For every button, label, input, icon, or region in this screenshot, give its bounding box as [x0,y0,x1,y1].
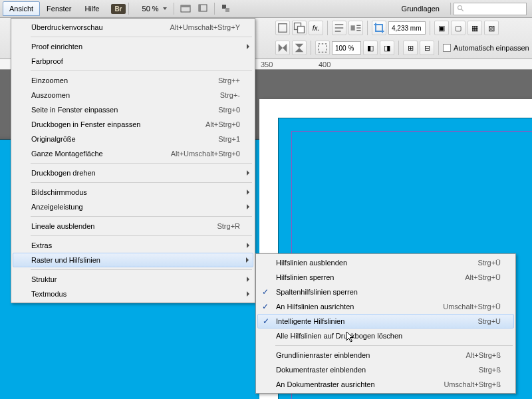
menu-item[interactable]: Struktur [13,272,253,287]
ruler-tick: 400 [319,61,331,68]
search-box[interactable] [454,3,527,15]
menu-item-label: Textmodus [31,290,240,298]
menu-item[interactable]: Ganze MontageflächeAlt+Umschalt+Strg+0 [13,146,253,161]
menu-item[interactable]: Farbproof [13,54,253,68]
tool-btn[interactable]: ⊞ [403,41,418,55]
menu-item-label: An Hilfslinien ausrichten [276,303,423,311]
menu-item[interactable]: Bildschirmmodus [13,185,253,200]
menu-shortcut: Strg+Ü [477,259,501,267]
menubar: Ansicht Fenster Hilfe Br 50 % Grundlagen [0,0,532,18]
menu-item[interactable]: ÜberdruckenvorschauAlt+Umschalt+Strg+Y [13,20,253,35]
menu-item-label: Originalgröße [31,135,198,143]
submenu-arrow-icon [247,170,249,176]
menu-shortcut: Umschalt+Strg+ß [444,380,501,388]
separator [311,41,311,55]
check-icon: ✓ [263,317,269,326]
menu-item-label: Proof einrichten [31,43,240,51]
menu-item[interactable]: Hilfslinien sperrenAlt+Strg+Ü [257,270,514,285]
separator [327,21,328,35]
tool-btn[interactable]: ◧ [363,41,378,55]
flip-v-btn[interactable] [292,41,307,55]
menu-item[interactable]: Raster und Hilfslinien [13,253,253,267]
menu-item[interactable]: OriginalgrößeStrg+1 [13,132,253,146]
tool-btn[interactable] [292,21,307,35]
menu-item[interactable]: Proof einrichten [13,39,253,54]
svg-rect-3 [199,5,201,11]
menu-item-label: Spaltenhilfslinien sperren [276,288,501,296]
menu-item-label: Raster und Hilfslinien [31,256,240,264]
menu-item[interactable]: ✓Spaltenhilfslinien sperren [257,285,514,299]
menu-shortcut: Strg+R [217,222,240,230]
menu-item-label: Druckbogen drehen [31,169,240,177]
workspace-label: Grundlagen [402,5,440,13]
tool-btn[interactable]: ⊟ [420,41,434,55]
w-input[interactable]: 4,233 mm [388,21,426,35]
crop-btn[interactable] [372,21,386,35]
menu-item[interactable]: Hilfslinien ausblendenStrg+Ü [257,255,514,270]
menu-item-label: Hilfslinien sperren [276,273,445,281]
menu-hilfe[interactable]: Hilfe [78,1,106,16]
text-wrap-btn[interactable] [348,21,363,35]
zoom-label: 50 % [142,5,159,13]
menu-item-label: Struktur [31,275,240,283]
fit-btn[interactable]: ▦ [467,21,482,35]
menu-item[interactable]: Seite in Fenster einpassenStrg+0 [13,102,253,117]
svg-point-6 [458,6,462,10]
menu-item-label: Farbproof [31,57,240,65]
menu-item[interactable]: Lineale ausblendenStrg+R [13,219,253,233]
menu-item[interactable]: Druckbogen drehen [13,166,253,180]
menu-shortcut: Strg+ß [479,366,501,374]
screen-mode-icon[interactable] [196,2,210,15]
menu-item-label: Bildschirmmodus [31,188,240,196]
separator [438,41,439,55]
menu-item-label: Lineale ausblenden [31,222,197,230]
menu-item[interactable]: Alle Hilfslinien auf Druckbogen löschen [257,329,514,343]
fx-btn[interactable]: fx. [309,21,323,35]
separator [430,21,430,35]
submenu-arrow-icon [247,44,249,49]
menu-item[interactable]: An Dokumentraster ausrichtenUmschalt+Str… [257,377,514,392]
submenu-arrow-icon [247,190,249,195]
menu-separator [31,70,252,71]
menu-fenster[interactable]: Fenster [40,1,78,16]
menu-item-label: Dokumentraster einblenden [276,366,459,374]
zoom-input[interactable]: 100 % [332,41,361,55]
bridge-button[interactable]: Br [111,4,125,14]
tool-btn[interactable]: ◨ [380,41,394,55]
flip-h-btn[interactable] [275,41,290,55]
menu-item[interactable]: Extras [13,238,253,253]
menu-ansicht[interactable]: Ansicht [3,1,40,16]
align-btn[interactable] [332,21,346,35]
view-options-icon[interactable] [178,2,193,15]
menu-item[interactable]: ✓Intelligente HilfslinienStrg+U [257,314,514,329]
autofit-checkbox[interactable]: Automatisch einpassen [443,44,529,52]
menu-item-label: Grundlinienraster einblenden [276,351,446,359]
menu-item-label: Überdruckenvorschau [31,23,150,31]
svg-line-7 [462,9,464,11]
menu-item-label: Ganze Montagefläche [31,150,151,158]
menu-item[interactable]: Anzeigeleistung [13,200,253,214]
fit-btn[interactable]: ▣ [434,21,449,35]
svg-rect-18 [319,44,327,53]
fit-btn[interactable]: ▢ [451,21,466,35]
separator [214,3,215,15]
arrange-icon[interactable] [219,2,233,15]
fit-btn[interactable]: ▧ [484,21,499,35]
menu-item-label: Seite in Fenster einpassen [31,106,198,114]
menu-item[interactable]: Grundlinienraster einblendenAlt+Strg+ß [257,348,514,362]
menu-shortcut: Alt+Umschalt+Strg+0 [171,150,240,158]
zoom-level[interactable]: 50 % [138,3,171,15]
check-icon: ✓ [262,287,269,297]
select-btn[interactable] [315,41,330,55]
menu-shortcut: Strg+U [477,317,501,325]
menu-item[interactable]: EinzoomenStrg++ [13,73,253,88]
menu-item[interactable]: ✓An Hilfslinien ausrichtenUmschalt+Strg+… [257,299,514,314]
menu-item[interactable]: Dokumentraster einblendenStrg+ß [257,362,514,377]
separator [367,21,368,35]
menu-shortcut: Alt+Strg+Ü [465,273,501,281]
menu-item[interactable]: Textmodus [13,287,253,301]
tool-btn[interactable] [275,21,290,35]
menu-item[interactable]: AuszoomenStrg+- [13,88,253,102]
menu-item[interactable]: Druckbogen in Fenster einpassenAlt+Strg+… [13,117,253,132]
workspace-switcher[interactable]: Grundlagen [398,3,448,15]
